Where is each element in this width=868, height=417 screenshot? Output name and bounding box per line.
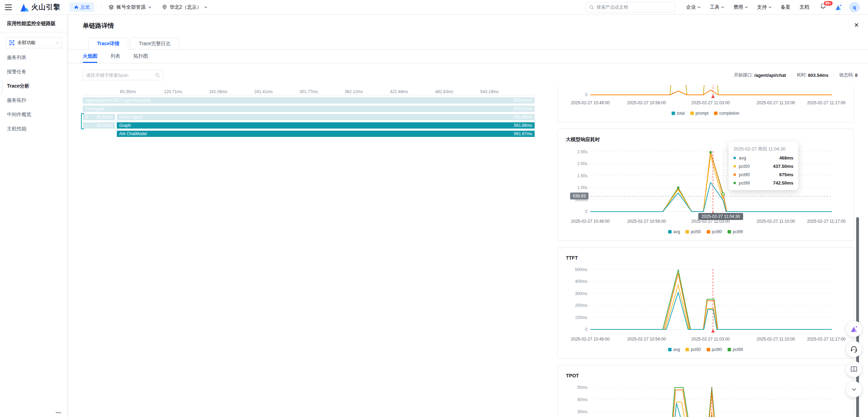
flame-row: .35.85msGraph561.68ms — [83, 122, 535, 129]
span-duration: 561.68ms — [514, 123, 532, 128]
legend-item-avg[interactable]: avg — [668, 346, 680, 353]
tooltip-row: avg468ms — [733, 155, 793, 161]
chevron-down-icon — [148, 6, 152, 9]
span-bar[interactable]: EinoAgent603.03ms — [83, 106, 535, 112]
flame-axis-tick: 241.41ms — [254, 89, 273, 94]
sidebar-item-服务拓扑[interactable]: 服务拓扑 — [0, 93, 67, 107]
chevron-down-icon — [745, 6, 748, 9]
meta-label: 耗时: — [797, 72, 807, 78]
svg-text:50ms: 50ms — [577, 385, 587, 390]
x-axis-tick: 2025-02-27 11:10:00 — [756, 100, 795, 105]
docs-fab[interactable] — [846, 361, 862, 377]
tooltip-series-name: pct90 — [739, 172, 750, 177]
legend-item-pct50[interactable]: pct50 — [686, 229, 701, 235]
chart-svg: 0100ms200ms300ms400ms500ms — [566, 263, 846, 335]
span-label: Ark ChatModel — [119, 131, 147, 136]
sidebar-item-服务列表[interactable]: 服务列表 — [0, 50, 67, 65]
legend-item-pct90[interactable]: pct90 — [707, 229, 722, 235]
span-duration: 603.03ms — [514, 106, 532, 111]
user-avatar[interactable]: q — [849, 2, 860, 13]
chart-legend: avgpct50pct90pct99 — [558, 346, 853, 353]
global-search-input[interactable] — [597, 5, 671, 10]
svg-text:1.00s: 1.00s — [577, 185, 587, 190]
flame-axis-tick: 60.35ms — [120, 89, 136, 94]
tooltip-series-name: avg — [739, 155, 746, 161]
span-bar[interactable]: ReAct Agent561.66ms — [117, 114, 535, 120]
tooltip-series-value: 468ms — [779, 155, 793, 161]
series-line-pct99 — [590, 270, 832, 329]
ai-assistant-fab[interactable] — [846, 321, 862, 337]
sidebar-item-Trace分析[interactable]: Trace分析 — [0, 79, 67, 93]
flame-row: /agent/api/chat GET /agent/api/chat603.5… — [83, 97, 535, 104]
span-mini[interactable]: R.40.91ms — [83, 114, 115, 120]
subtab-拓扑图[interactable]: 拓扑图 — [133, 50, 148, 63]
region-switch[interactable]: 华北2（北京） — [162, 4, 208, 10]
nav-menu-item[interactable]: 文档 — [800, 4, 809, 10]
series-line-completion — [590, 90, 832, 95]
series-line-pct50 — [590, 285, 832, 329]
meta-label: 状态码: — [839, 72, 854, 78]
nav-menu-item[interactable]: 工具 — [710, 4, 724, 10]
x-axis-tick: 2025-02-27 11:10:00 — [756, 219, 795, 224]
notifications-button[interactable]: 99+ — [820, 3, 826, 11]
threshold-badge: 638.83 — [570, 193, 589, 199]
sidebar-item-主机性能[interactable]: 主机性能 — [0, 122, 67, 136]
global-search[interactable] — [585, 2, 675, 13]
flame-axis-tick: 301.77ms — [300, 89, 318, 94]
subtab-火焰图[interactable]: 火焰图 — [83, 50, 97, 63]
tab-Trace详情[interactable]: Trace详情 — [88, 38, 128, 50]
subtab-列表[interactable]: 列表 — [111, 50, 120, 63]
span-search-input[interactable] — [86, 73, 155, 78]
nav-menu-item[interactable]: 支持 — [757, 4, 772, 10]
legend-label: prompt — [696, 111, 708, 116]
volcengine-logo-icon — [19, 3, 29, 12]
span-bar[interactable]: Graph561.68ms — [117, 122, 535, 129]
tooltip-series-value: 675ms — [779, 172, 793, 177]
support-fab[interactable] — [846, 341, 862, 357]
legend-swatch-icon — [707, 348, 710, 351]
legend-item-pct90[interactable]: pct90 — [707, 346, 722, 353]
nav-menu-item[interactable]: 备案 — [781, 4, 790, 10]
flame-axis-tick: 181.06ms — [209, 89, 228, 94]
legend-item-completion[interactable]: completion — [714, 110, 739, 116]
sidebar: 应用性能监控全链路版 全部功能 › 服务列表报警任务Trace分析服务拓扑中间件… — [0, 15, 68, 417]
legend-label: pct90 — [712, 347, 722, 352]
ai-assistant-nav-button[interactable] — [835, 3, 842, 11]
resource-switch[interactable]: 账号全部资源 — [108, 4, 152, 10]
legend-item-avg[interactable]: avg — [668, 229, 680, 235]
span-bar[interactable]: Ark ChatModel561.67ms — [117, 131, 535, 137]
nav-menu-label: 文档 — [800, 4, 809, 10]
overview-button[interactable]: 总览 — [70, 2, 94, 12]
hamburger-menu-icon[interactable] — [5, 5, 12, 10]
legend-label: pct99 — [733, 347, 743, 352]
close-icon[interactable]: ✕ — [854, 22, 859, 28]
chart-x-axis: 2025-02-27 10:49:002025-02-27 10:56:0020… — [566, 335, 845, 343]
sidebar-collapse-handle[interactable] — [0, 81, 2, 94]
legend-item-pct99[interactable]: pct99 — [728, 229, 743, 235]
nav-menu-item[interactable]: 费用 — [733, 4, 748, 10]
nav-menu-item[interactable]: 企业 — [686, 4, 701, 10]
span-bar[interactable]: /agent/api/chat GET /agent/api/chat603.5… — [83, 97, 535, 104]
span-mini[interactable]: .35.85ms — [83, 122, 115, 129]
legend-item-pct50[interactable]: pct50 — [686, 346, 701, 353]
view-subtabs: 火焰图列表拓扑图 — [68, 50, 868, 63]
legend-swatch-icon — [728, 348, 731, 351]
volcengine-logo[interactable]: 火山引擎 — [19, 2, 60, 12]
all-functions-button[interactable]: 全部功能 › — [6, 37, 62, 48]
legend-label: pct50 — [691, 229, 701, 234]
span-search[interactable] — [83, 70, 163, 80]
legend-item-pct99[interactable]: pct99 — [728, 346, 743, 353]
series-line-avg — [590, 403, 832, 417]
collapse-fab[interactable] — [846, 381, 862, 398]
meta-value: 603.54ms — [808, 73, 829, 78]
sidebar-resize-indicator[interactable] — [56, 412, 61, 413]
legend-item-prompt[interactable]: prompt — [690, 110, 708, 116]
legend-label: completion — [719, 111, 739, 116]
sidebar-item-报警任务[interactable]: 报警任务 — [0, 65, 67, 79]
legend-item-total[interactable]: total — [672, 110, 685, 116]
series-line-pct50 — [590, 402, 832, 417]
sidebar-item-中间件概览[interactable]: 中间件概览 — [0, 107, 67, 122]
tooltip-row: pct99742.50ms — [733, 180, 793, 186]
x-axis-tick: 2025-02-27 11:03:00 — [691, 337, 730, 342]
tab-Trace完整日志[interactable]: Trace完整日志 — [130, 38, 179, 50]
